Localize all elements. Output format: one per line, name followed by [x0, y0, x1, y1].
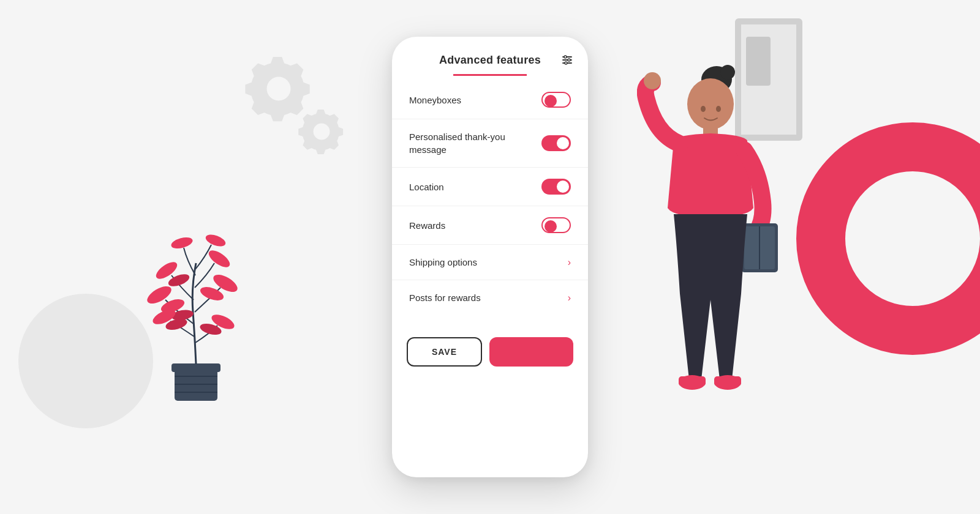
shipping-options-chevron-icon: › [568, 257, 571, 268]
moneyboxes-toggle[interactable] [541, 92, 571, 108]
svg-rect-1 [172, 363, 221, 372]
svg-point-12 [206, 247, 232, 270]
phone-screen: Advanced features Moneyboxes [392, 37, 588, 477]
moneyboxes-track [541, 92, 571, 108]
gear-small-icon [294, 104, 349, 159]
moneyboxes-label: Moneyboxes [409, 94, 461, 106]
plant-decoration [141, 226, 251, 412]
settings-item-rewards: Rewards [392, 206, 588, 245]
person-svg [637, 37, 784, 453]
rewards-track [541, 217, 571, 233]
location-track [541, 179, 571, 195]
settings-item-moneyboxes: Moneyboxes [392, 81, 588, 119]
phone-buttons: SAVE [392, 327, 588, 386]
phone-mockup: Advanced features Moneyboxes [392, 37, 588, 477]
posts-for-rewards-chevron-icon: › [568, 292, 571, 304]
plant-svg [141, 226, 251, 410]
personalised-message-toggle[interactable] [541, 135, 571, 151]
svg-point-22 [564, 56, 567, 58]
svg-point-14 [204, 233, 227, 249]
bg-circle-right [796, 122, 980, 355]
bg-circle-left [18, 294, 153, 428]
rewards-thumb [545, 220, 557, 233]
screen-title: Advanced features [439, 54, 541, 67]
shipping-options-label: Shipping options [409, 256, 477, 269]
sliders-svg [561, 54, 573, 66]
posts-for-rewards-label: Posts for rewards [409, 291, 481, 304]
personalised-message-label: Personalised thank-you message [409, 130, 532, 156]
personalised-message-track [541, 135, 571, 151]
svg-point-26 [720, 65, 735, 80]
svg-point-37 [701, 106, 706, 112]
svg-point-27 [687, 78, 734, 130]
settings-list: Moneyboxes Personalised thank-you messag… [392, 81, 588, 327]
location-thumb [557, 181, 569, 193]
settings-item-personalised-message: Personalised thank-you message [392, 119, 588, 168]
location-label: Location [409, 181, 444, 193]
settings-item-location: Location [392, 168, 588, 206]
save-button[interactable]: SAVE [407, 337, 482, 367]
svg-point-29 [644, 72, 661, 89]
gear-decoration [239, 49, 318, 131]
rewards-label: Rewards [409, 219, 445, 232]
svg-point-23 [568, 59, 570, 61]
rewards-toggle[interactable] [541, 217, 571, 233]
svg-rect-36 [714, 376, 741, 386]
location-toggle[interactable] [541, 179, 571, 195]
filter-icon[interactable] [561, 54, 573, 69]
person-illustration [637, 37, 784, 455]
header-divider [453, 74, 527, 76]
settings-item-shipping-options[interactable]: Shipping options › [392, 245, 588, 280]
phone-header: Advanced features [392, 37, 588, 74]
settings-item-posts-for-rewards[interactable]: Posts for rewards › [392, 280, 588, 315]
moneyboxes-thumb [545, 95, 557, 107]
svg-point-24 [565, 62, 567, 64]
svg-rect-34 [679, 376, 706, 386]
svg-point-13 [170, 236, 194, 251]
action-button[interactable] [489, 337, 573, 367]
svg-point-38 [716, 106, 721, 112]
personalised-message-thumb [557, 137, 569, 149]
